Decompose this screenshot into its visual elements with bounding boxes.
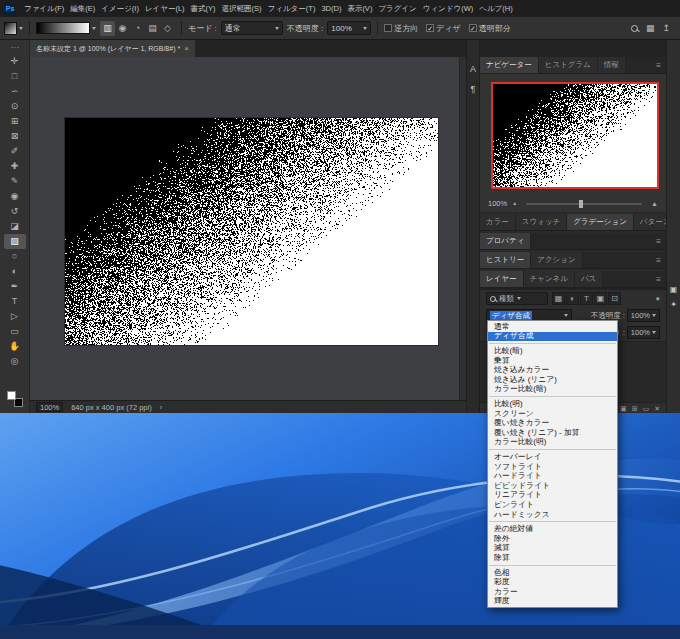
panel-tab-2-1[interactable]: アクション (531, 252, 582, 268)
filter-pixel-layers-icon[interactable]: ▦ (552, 292, 565, 305)
layer-fill-field[interactable]: 100% (627, 326, 660, 339)
blend-mode-option[interactable]: 除外 (488, 534, 617, 544)
paragraph-panel-icon[interactable]: ¶ (471, 84, 476, 94)
menubar-item-3[interactable]: レイヤー(L) (142, 0, 188, 17)
panel-menu-icon[interactable]: ≡ (656, 57, 666, 73)
filter-toggle-icon[interactable]: ● (655, 294, 660, 303)
blur-tool[interactable]: ○ (4, 249, 26, 264)
blend-mode-option[interactable]: 除算 (488, 553, 617, 563)
search-icon[interactable] (631, 25, 638, 32)
menubar-item-4[interactable]: 書式(Y) (188, 0, 219, 17)
hand-tool[interactable]: ✋ (4, 339, 26, 354)
blend-mode-option[interactable]: ハードライト (488, 471, 617, 481)
menubar-item-11[interactable]: ヘルプ(H) (476, 0, 515, 17)
panel-tab-3-1[interactable]: チャンネル (524, 271, 575, 287)
frame-tool[interactable]: ⊠ (4, 129, 26, 144)
blend-mode-option[interactable]: 焼き込み (リニア) (488, 375, 617, 385)
linear-gradient-button[interactable]: ▥ (100, 21, 115, 36)
blend-mode-option[interactable]: 彩度 (488, 577, 617, 587)
mode-select[interactable]: 通常 (221, 21, 283, 35)
clone-stamp-tool[interactable]: ◉ (4, 189, 26, 204)
blend-mode-option[interactable]: カラー比較(暗) (488, 385, 617, 395)
move-tool[interactable]: ✛ (4, 54, 26, 69)
blend-mode-option[interactable]: ハードミックス (488, 510, 617, 520)
object-selection-tool[interactable]: ⊙ (4, 99, 26, 114)
opacity-select[interactable]: 100% (327, 21, 371, 35)
blend-mode-option[interactable]: 減算 (488, 543, 617, 553)
zoom-in-icon[interactable]: ▲ (651, 200, 658, 207)
blend-mode-option[interactable]: カラー (488, 587, 617, 597)
navigator-zoom-slider[interactable] (526, 203, 642, 205)
diamond-gradient-button[interactable]: ◇ (160, 21, 175, 36)
slider-thumb[interactable] (579, 200, 583, 208)
share-icon[interactable]: ↥ (662, 23, 670, 33)
blend-mode-option[interactable]: 色相 (488, 568, 617, 578)
navigator-proxy-view[interactable] (491, 82, 659, 189)
navigator-tab-2[interactable]: 情報 (598, 57, 626, 73)
healing-brush-tool[interactable]: ✚ (4, 159, 26, 174)
foreground-color-swatch[interactable] (7, 391, 16, 400)
character-panel-icon[interactable]: A (470, 64, 476, 74)
filter-adjustment-layers-icon[interactable]: ◐ (566, 292, 579, 305)
eyedropper-tool[interactable]: ✐ (4, 144, 26, 159)
marquee-tool[interactable]: □ (4, 69, 26, 84)
reflected-gradient-button[interactable]: ▤ (145, 21, 160, 36)
color-swatches[interactable] (7, 391, 23, 407)
zoom-level-field[interactable]: 100% (36, 402, 63, 412)
panel-tab-3-2[interactable]: パス (575, 271, 603, 287)
new-group-icon[interactable]: ⊞ (632, 405, 638, 413)
menubar-item-6[interactable]: フィルター(T) (265, 0, 319, 17)
blend-mode-option[interactable]: 差の絶対値 (488, 524, 617, 534)
menubar-item-5[interactable]: 選択範囲(S) (219, 0, 265, 17)
history-brush-tool[interactable]: ↺ (4, 204, 26, 219)
angle-gradient-button[interactable]: ◔ (130, 21, 145, 36)
blend-mode-option[interactable]: オーバーレイ (488, 452, 617, 462)
panel-tab-3-0[interactable]: レイヤー (480, 271, 524, 287)
blend-mode-option[interactable]: ビビッドライト (488, 481, 617, 491)
windows-taskbar[interactable] (0, 625, 680, 639)
menubar-item-1[interactable]: 編集(E) (67, 0, 98, 17)
filter-shape-layers-icon[interactable]: ▣ (594, 292, 607, 305)
blend-mode-option[interactable]: 比較(暗) (488, 346, 617, 356)
blend-mode-option[interactable]: ディザ合成 (488, 332, 617, 342)
gradient-picker[interactable] (36, 22, 96, 34)
toolbar-overflow-icon[interactable]: ⋯ (11, 43, 19, 54)
tool-preset-picker[interactable] (4, 22, 23, 35)
collapsed-panel-icon-1[interactable]: ▣ (670, 285, 678, 294)
lasso-tool[interactable]: ∽ (4, 84, 26, 99)
canvas-area[interactable] (30, 57, 466, 400)
workspace-icon[interactable]: ▦ (646, 23, 655, 33)
zoom-tool[interactable]: ◎ (4, 354, 26, 369)
navigator-tab-1[interactable]: ヒストグラム (539, 57, 598, 73)
panel-tab-0-2[interactable]: グラデーション (567, 214, 634, 230)
blend-mode-option[interactable]: ソフトライト (488, 462, 617, 472)
dodge-tool[interactable]: ◐ (4, 264, 26, 279)
type-tool[interactable]: T (4, 294, 26, 309)
layer-opacity-field[interactable]: 100% (627, 309, 660, 322)
menubar-item-2[interactable]: イメージ(I) (98, 0, 142, 17)
pen-tool[interactable]: ✒ (4, 279, 26, 294)
blend-mode-option[interactable]: 比較(明) (488, 399, 617, 409)
blend-mode-option[interactable]: リニアライト (488, 491, 617, 501)
shape-tool[interactable]: ▭ (4, 324, 26, 339)
blend-mode-option[interactable]: 覆い焼き (リニア) - 加算 (488, 428, 617, 438)
option-checkbox-2[interactable]: ✓透明部分 (469, 23, 511, 34)
menubar-item-9[interactable]: プラグイン (375, 0, 419, 17)
document-canvas[interactable] (65, 118, 438, 345)
close-tab-icon[interactable]: × (184, 44, 189, 53)
vertical-scrollbar[interactable] (459, 57, 466, 400)
blend-mode-option[interactable]: 乗算 (488, 356, 617, 366)
layer-filter-select[interactable]: 種類 (486, 292, 548, 305)
crop-tool[interactable]: ⊞ (4, 114, 26, 129)
blend-mode-option[interactable]: ピンライト (488, 500, 617, 510)
navigator-tab-0[interactable]: ナビゲーター (480, 57, 539, 73)
panel-tab-2-0[interactable]: ヒストリー (480, 252, 531, 268)
panel-tab-0-0[interactable]: カラー (480, 214, 516, 230)
filter-type-layers-icon[interactable]: T (580, 292, 593, 305)
filter-smart-objects-icon[interactable]: ⊡ (608, 292, 621, 305)
status-chevron-icon[interactable]: › (160, 403, 163, 412)
collapsed-panel-icon-2[interactable]: ✦ (670, 300, 677, 309)
menubar-item-7[interactable]: 3D(D) (318, 0, 344, 17)
brush-tool[interactable]: ✎ (4, 174, 26, 189)
option-checkbox-1[interactable]: ✓ディザ (426, 23, 461, 34)
